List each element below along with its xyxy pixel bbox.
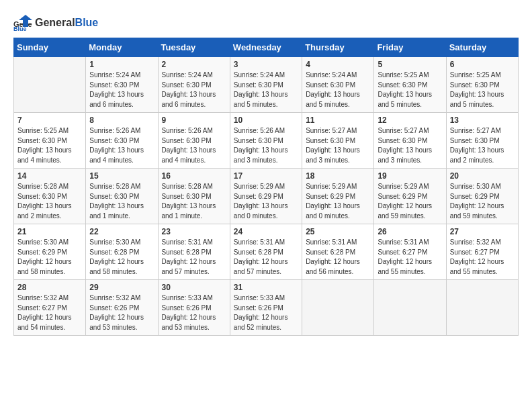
calendar-cell: 18Sunrise: 5:29 AMSunset: 6:29 PMDayligh… (302, 169, 374, 224)
calendar-cell: 30Sunrise: 5:33 AMSunset: 6:26 PMDayligh… (158, 280, 230, 336)
calendar-cell: 27Sunrise: 5:32 AMSunset: 6:27 PMDayligh… (446, 224, 518, 280)
day-number: 7 (17, 116, 82, 125)
day-number: 18 (306, 171, 370, 181)
calendar-cell: 7Sunrise: 5:25 AMSunset: 6:30 PMDaylight… (14, 113, 86, 169)
day-info: Sunrise: 5:33 AMSunset: 6:26 PMDaylight:… (162, 293, 226, 332)
calendar-cell: 15Sunrise: 5:28 AMSunset: 6:30 PMDayligh… (86, 169, 158, 224)
calendar-week-4: 21Sunrise: 5:30 AMSunset: 6:29 PMDayligh… (14, 224, 519, 280)
calendar-cell: 8Sunrise: 5:26 AMSunset: 6:30 PMDaylight… (86, 113, 158, 169)
day-info: Sunrise: 5:29 AMSunset: 6:29 PMDaylight:… (306, 182, 370, 221)
calendar-cell: 2Sunrise: 5:24 AMSunset: 6:30 PMDaylight… (158, 57, 230, 113)
day-info: Sunrise: 5:32 AMSunset: 6:26 PMDaylight:… (89, 293, 154, 332)
header-day-monday: Monday (86, 38, 158, 57)
header-day-sunday: Sunday (14, 38, 86, 57)
calendar-cell: 13Sunrise: 5:27 AMSunset: 6:30 PMDayligh… (446, 113, 518, 169)
logo-general: General (35, 17, 75, 29)
calendar-cell: 14Sunrise: 5:28 AMSunset: 6:30 PMDayligh… (14, 169, 86, 224)
day-info: Sunrise: 5:28 AMSunset: 6:30 PMDaylight:… (17, 182, 82, 221)
day-info: Sunrise: 5:29 AMSunset: 6:29 PMDaylight:… (234, 182, 298, 221)
calendar-cell (374, 280, 446, 336)
day-number: 28 (17, 283, 82, 292)
day-number: 12 (378, 116, 442, 125)
day-number: 10 (234, 116, 298, 125)
day-number: 3 (234, 60, 298, 69)
day-info: Sunrise: 5:24 AMSunset: 6:30 PMDaylight:… (306, 71, 370, 109)
day-info: Sunrise: 5:27 AMSunset: 6:30 PMDaylight:… (450, 126, 515, 165)
day-number: 5 (378, 60, 442, 69)
day-info: Sunrise: 5:31 AMSunset: 6:28 PMDaylight:… (306, 238, 370, 277)
calendar-header-row: SundayMondayTuesdayWednesdayThursdayFrid… (14, 38, 519, 57)
calendar-cell: 9Sunrise: 5:26 AMSunset: 6:30 PMDaylight… (158, 113, 230, 169)
day-number: 22 (89, 227, 154, 236)
day-info: Sunrise: 5:32 AMSunset: 6:27 PMDaylight:… (17, 293, 82, 332)
calendar-cell: 21Sunrise: 5:30 AMSunset: 6:29 PMDayligh… (14, 224, 86, 280)
calendar-cell: 26Sunrise: 5:31 AMSunset: 6:27 PMDayligh… (374, 224, 446, 280)
calendar-cell: 23Sunrise: 5:31 AMSunset: 6:28 PMDayligh… (158, 224, 230, 280)
day-number: 26 (378, 227, 442, 236)
calendar-cell: 31Sunrise: 5:33 AMSunset: 6:26 PMDayligh… (230, 280, 302, 336)
calendar-cell: 5Sunrise: 5:25 AMSunset: 6:30 PMDaylight… (374, 57, 446, 113)
day-info: Sunrise: 5:30 AMSunset: 6:29 PMDaylight:… (17, 238, 82, 277)
day-number: 17 (234, 171, 298, 181)
day-number: 23 (162, 227, 226, 236)
logo-blue: Blue (75, 17, 99, 29)
calendar-cell: 4Sunrise: 5:24 AMSunset: 6:30 PMDaylight… (302, 57, 374, 113)
header-day-wednesday: Wednesday (230, 38, 302, 57)
day-number: 14 (17, 171, 82, 181)
day-number: 15 (89, 171, 154, 181)
calendar-week-3: 14Sunrise: 5:28 AMSunset: 6:30 PMDayligh… (14, 169, 519, 224)
day-number: 11 (306, 116, 370, 125)
day-number: 13 (450, 116, 515, 125)
day-info: Sunrise: 5:24 AMSunset: 6:30 PMDaylight:… (89, 71, 154, 109)
day-info: Sunrise: 5:26 AMSunset: 6:30 PMDaylight:… (162, 126, 226, 165)
calendar-cell (14, 57, 86, 113)
day-info: Sunrise: 5:25 AMSunset: 6:30 PMDaylight:… (17, 126, 82, 165)
calendar-cell: 10Sunrise: 5:26 AMSunset: 6:30 PMDayligh… (230, 113, 302, 169)
header: General Blue General Blue (13, 13, 519, 32)
day-number: 8 (89, 116, 154, 125)
day-number: 30 (162, 283, 226, 292)
header-day-thursday: Thursday (302, 38, 374, 57)
day-info: Sunrise: 5:27 AMSunset: 6:30 PMDaylight:… (378, 126, 442, 165)
day-number: 25 (306, 227, 370, 236)
day-number: 6 (450, 60, 515, 69)
day-info: Sunrise: 5:28 AMSunset: 6:30 PMDaylight:… (162, 182, 226, 221)
day-number: 29 (89, 283, 154, 292)
day-info: Sunrise: 5:26 AMSunset: 6:30 PMDaylight:… (234, 126, 298, 165)
calendar-cell: 19Sunrise: 5:29 AMSunset: 6:29 PMDayligh… (374, 169, 446, 224)
day-info: Sunrise: 5:29 AMSunset: 6:29 PMDaylight:… (378, 182, 442, 221)
calendar-cell: 3Sunrise: 5:24 AMSunset: 6:30 PMDaylight… (230, 57, 302, 113)
day-info: Sunrise: 5:30 AMSunset: 6:29 PMDaylight:… (450, 182, 515, 221)
day-number: 19 (378, 171, 442, 181)
calendar-cell: 20Sunrise: 5:30 AMSunset: 6:29 PMDayligh… (446, 169, 518, 224)
day-info: Sunrise: 5:26 AMSunset: 6:30 PMDaylight:… (89, 126, 154, 165)
day-number: 16 (162, 171, 226, 181)
calendar-cell: 12Sunrise: 5:27 AMSunset: 6:30 PMDayligh… (374, 113, 446, 169)
day-info: Sunrise: 5:24 AMSunset: 6:30 PMDaylight:… (162, 71, 226, 109)
day-number: 4 (306, 60, 370, 69)
day-info: Sunrise: 5:24 AMSunset: 6:30 PMDaylight:… (234, 71, 298, 109)
day-info: Sunrise: 5:25 AMSunset: 6:30 PMDaylight:… (450, 71, 515, 109)
calendar-cell: 25Sunrise: 5:31 AMSunset: 6:28 PMDayligh… (302, 224, 374, 280)
header-day-friday: Friday (374, 38, 446, 57)
day-number: 31 (234, 283, 298, 292)
day-info: Sunrise: 5:25 AMSunset: 6:30 PMDaylight:… (378, 71, 442, 109)
logo: General Blue General Blue (13, 13, 98, 32)
day-info: Sunrise: 5:31 AMSunset: 6:27 PMDaylight:… (378, 238, 442, 277)
calendar-week-5: 28Sunrise: 5:32 AMSunset: 6:27 PMDayligh… (14, 280, 519, 336)
day-info: Sunrise: 5:33 AMSunset: 6:26 PMDaylight:… (234, 293, 298, 332)
calendar-cell: 1Sunrise: 5:24 AMSunset: 6:30 PMDaylight… (86, 57, 158, 113)
calendar-cell: 24Sunrise: 5:31 AMSunset: 6:28 PMDayligh… (230, 224, 302, 280)
calendar-cell: 16Sunrise: 5:28 AMSunset: 6:30 PMDayligh… (158, 169, 230, 224)
day-number: 24 (234, 227, 298, 236)
day-info: Sunrise: 5:28 AMSunset: 6:30 PMDaylight:… (89, 182, 154, 221)
day-number: 21 (17, 227, 82, 236)
calendar-cell: 22Sunrise: 5:30 AMSunset: 6:28 PMDayligh… (86, 224, 158, 280)
day-info: Sunrise: 5:27 AMSunset: 6:30 PMDaylight:… (306, 126, 370, 165)
day-info: Sunrise: 5:31 AMSunset: 6:28 PMDaylight:… (162, 238, 226, 277)
day-info: Sunrise: 5:30 AMSunset: 6:28 PMDaylight:… (89, 238, 154, 277)
calendar-cell: 6Sunrise: 5:25 AMSunset: 6:30 PMDaylight… (446, 57, 518, 113)
calendar-cell: 17Sunrise: 5:29 AMSunset: 6:29 PMDayligh… (230, 169, 302, 224)
day-number: 2 (162, 60, 226, 69)
day-number: 1 (89, 60, 154, 69)
